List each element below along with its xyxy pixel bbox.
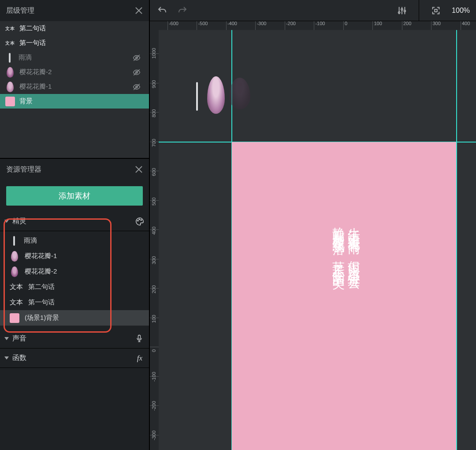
background-thumb-icon: [10, 313, 19, 323]
palette-icon[interactable]: [135, 217, 145, 226]
resource-item[interactable]: 雨滴: [0, 233, 149, 248]
hierarchy-panel-header: 层级管理: [0, 0, 149, 21]
microphone-icon[interactable]: [135, 334, 145, 344]
poem-line-2[interactable]: 静看那樱花飘落，莫忘了生活的美: [331, 218, 346, 270]
resource-item[interactable]: 文本第二句话: [0, 279, 149, 295]
resource-item[interactable]: 樱花花瓣-1: [0, 248, 149, 264]
text-tag-icon: 文本: [10, 298, 23, 307]
group-functions-label: 函数: [12, 353, 132, 363]
resource-item[interactable]: 文本第一句话: [0, 295, 149, 310]
artboard-background[interactable]: [232, 142, 456, 450]
layer-label: 第二句话: [19, 24, 46, 33]
petal-thumb-icon: [11, 251, 18, 262]
ruler-tick: 600: [150, 171, 159, 176]
layer-label: 樱花花瓣-2: [19, 68, 52, 76]
petal-thumb-icon: [7, 67, 14, 78]
layer-row[interactable]: 文本第一句话: [0, 36, 149, 50]
sprite-raindrop[interactable]: [196, 82, 198, 111]
sliders-icon[interactable]: [396, 4, 408, 17]
ruler-tick: 0: [343, 21, 347, 30]
resource-item[interactable]: 樱花花瓣-2: [0, 264, 149, 279]
ruler-tick: 300: [431, 21, 440, 30]
visibility-off-icon[interactable]: [131, 83, 143, 91]
resources-title: 资源管理器: [6, 165, 41, 174]
svg-point-8: [141, 219, 141, 220]
ruler-horizontal: -600-500-400-300-200-1000100200300400: [159, 21, 476, 30]
resource-item[interactable]: (场景1)背景: [0, 310, 149, 326]
canvas[interactable]: 生活中难免有雨，但雨水总会过去 静看那樱花飘落，莫忘了生活的美: [159, 30, 476, 450]
resource-label: (场景1)背景: [25, 314, 59, 322]
ruler-tick: 100: [150, 318, 159, 323]
fx-icon[interactable]: fx: [135, 353, 145, 363]
resource-label: 第一句话: [28, 298, 55, 307]
fit-screen-icon[interactable]: [430, 4, 442, 17]
background-thumb-icon: [5, 97, 15, 106]
layer-row[interactable]: 樱花花瓣-1: [0, 79, 149, 94]
resource-label: 雨滴: [24, 236, 37, 245]
sprite-petal-1[interactable]: [207, 76, 225, 114]
layer-row[interactable]: 文本第二句话: [0, 21, 149, 36]
add-asset-button[interactable]: 添加素材: [6, 186, 143, 206]
chevron-down-icon: [4, 337, 9, 340]
layer-row[interactable]: 雨滴: [0, 50, 149, 65]
visibility-off-icon[interactable]: [131, 54, 143, 62]
ruler-tick: -200: [285, 21, 296, 30]
hierarchy-list: 文本第二句话文本第一句话雨滴樱花花瓣-2樱花花瓣-1背景: [0, 21, 149, 158]
layer-label: 背景: [19, 97, 33, 105]
chevron-down-icon: [4, 220, 9, 223]
svg-point-11: [401, 8, 403, 10]
svg-rect-9: [138, 335, 141, 339]
raindrop-thumb-icon: [9, 53, 11, 63]
zoom-level[interactable]: 100%: [452, 7, 470, 15]
ruler-tick: 700: [150, 142, 159, 147]
svg-point-6: [138, 220, 138, 221]
text-tag-icon: 文本: [5, 26, 15, 32]
ruler-tick: -200: [150, 405, 159, 411]
undo-button[interactable]: [156, 4, 168, 17]
group-sprites[interactable]: 精灵: [0, 212, 149, 231]
resources-close-icon[interactable]: [135, 165, 143, 173]
layer-label: 樱花花瓣-1: [19, 82, 52, 91]
sprite-petal-2[interactable]: [229, 78, 250, 109]
ruler-tick: 0: [150, 347, 159, 352]
workspace[interactable]: -600-500-400-300-200-1000100200300400 10…: [150, 21, 476, 450]
ruler-tick: -300: [255, 21, 266, 30]
ruler-tick: 1000: [150, 53, 159, 59]
text-tag-icon: 文本: [10, 283, 23, 291]
toolbar-separator: [419, 0, 419, 21]
ruler-tick: -100: [314, 21, 325, 30]
chevron-down-icon: [4, 356, 9, 360]
selection-outline: [456, 30, 457, 450]
ruler-tick: -100: [150, 376, 159, 382]
ruler-tick: 400: [150, 229, 159, 235]
group-sprites-label: 精灵: [12, 217, 132, 226]
svg-point-10: [398, 11, 400, 13]
ruler-tick: -300: [150, 435, 159, 441]
ruler-tick: 300: [150, 259, 159, 265]
petal-thumb-icon: [7, 82, 14, 92]
layer-row[interactable]: 背景: [0, 94, 149, 109]
layer-label: 雨滴: [19, 53, 32, 62]
ruler-tick: 900: [150, 83, 159, 89]
ruler-tick: 200: [402, 21, 411, 30]
text-tag-icon: 文本: [5, 40, 15, 46]
layer-row[interactable]: 樱花花瓣-2: [0, 65, 149, 79]
group-sounds-label: 声音: [12, 334, 132, 343]
sprite-list: 雨滴樱花花瓣-1樱花花瓣-2文本第二句话文本第一句话(场景1)背景: [0, 231, 149, 329]
group-sounds[interactable]: 声音: [0, 329, 149, 349]
ruler-tick: 800: [150, 112, 159, 118]
redo-button[interactable]: [176, 4, 189, 17]
group-functions[interactable]: 函数 fx: [0, 349, 149, 368]
petal-thumb-icon: [11, 266, 18, 277]
poem-line-1[interactable]: 生活中难免有雨，但雨水总会过去: [346, 218, 361, 270]
ruler-vertical: 10009008007006005004003002001000-100-200…: [150, 30, 159, 450]
resources-panel-header: 资源管理器: [0, 159, 149, 180]
hierarchy-close-icon[interactable]: [135, 7, 143, 15]
resource-label: 樱花花瓣-2: [25, 267, 57, 276]
ruler-tick: -400: [226, 21, 237, 30]
hierarchy-title: 层级管理: [6, 6, 34, 15]
visibility-off-icon[interactable]: [131, 68, 143, 76]
ruler-tick: -600: [167, 21, 178, 30]
svg-point-7: [139, 219, 140, 220]
canvas-toolbar: 100%: [150, 0, 476, 21]
